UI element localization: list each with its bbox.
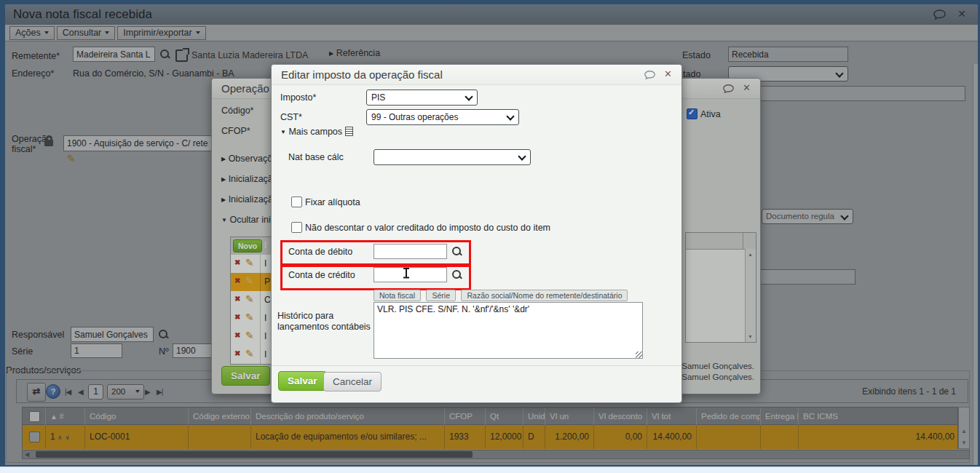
nao-descontar-label: Não descontar o valor creditado do impos… (305, 223, 550, 233)
salvar-button[interactable]: Salvar (278, 371, 327, 391)
modal-header: Editar imposto da operação fiscal ✕ (272, 65, 681, 85)
nat-base-calc-label: Nat base cálc (288, 152, 344, 162)
nao-descontar-checkbox[interactable] (291, 222, 302, 233)
cancelar-button[interactable]: Cancelar (323, 372, 382, 391)
token-nota-fiscal[interactable]: Nota fiscal (374, 290, 421, 301)
fixar-aliquota-label: Fixar alíquota (305, 197, 360, 207)
fields-list-icon[interactable] (345, 127, 353, 136)
search-icon[interactable] (451, 269, 462, 280)
text-cursor (403, 268, 410, 279)
nat-base-calc-select[interactable] (374, 149, 531, 165)
conta-debito-input[interactable] (374, 244, 447, 259)
cst-select[interactable]: 99 - Outras operações (366, 109, 519, 125)
conta-debito-label: Conta de débito (288, 247, 352, 257)
imposto-value: PIS (371, 92, 385, 103)
historico-textarea[interactable]: VLR. PIS CFE. S/NF. N. '&nf'/'&ns' '&dr' (374, 302, 643, 359)
editar-imposto-modal: Editar imposto da operação fiscal ✕ Impo… (271, 64, 682, 403)
imposto-select[interactable]: PIS (366, 90, 478, 106)
conta-credito-input[interactable] (374, 267, 447, 282)
close-icon[interactable]: ✕ (664, 68, 672, 79)
token-buttons-row: Nota fiscal Série Razão social/Nome do r… (374, 288, 630, 301)
imposto-label: Imposto* (280, 92, 316, 103)
conta-credito-highlight: Conta de crédito (280, 263, 471, 290)
modal-title: Editar imposto da operação fiscal (281, 68, 443, 81)
comment-icon[interactable] (644, 69, 655, 82)
token-razao-social[interactable]: Razão social/Nome do remetente/destinatá… (461, 290, 628, 301)
resize-handle[interactable] (636, 351, 642, 358)
conta-credito-label: Conta de crédito (288, 270, 355, 280)
browser-bottom-strip (0, 466, 980, 473)
mais-campos-toggle[interactable]: ▼ Mais campos (280, 127, 353, 137)
chevron-down-icon (506, 112, 514, 120)
fixar-aliquota-checkbox[interactable] (291, 196, 302, 207)
cst-label: CST* (280, 112, 302, 122)
app-window: Nova nota fiscal recebida ✕ Ações Consul… (0, 0, 980, 466)
token-serie[interactable]: Série (426, 290, 456, 301)
chevron-down-icon (465, 92, 473, 100)
search-icon[interactable] (451, 246, 462, 257)
cst-value: 99 - Outras operações (371, 112, 458, 122)
chevron-down-icon (518, 152, 526, 160)
historico-label: Histórico paralançamentos contábeis (277, 311, 371, 333)
modal-footer: Salvar Cancelar (272, 365, 681, 402)
